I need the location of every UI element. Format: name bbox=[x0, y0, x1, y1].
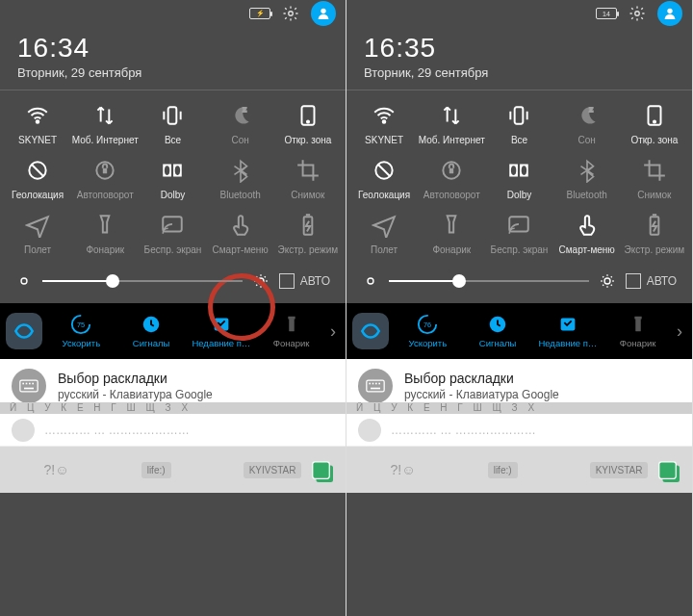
alarms-icon bbox=[141, 314, 162, 335]
qs-tile-label: Bluetooth bbox=[567, 190, 607, 200]
qs-tile-screenshot[interactable]: Снимок bbox=[621, 157, 688, 200]
card-stack-icon bbox=[309, 458, 338, 487]
qs-tile-cast[interactable]: Беспр. экран bbox=[485, 212, 552, 255]
qs-tile-dnd[interactable]: Все bbox=[485, 102, 552, 145]
qs-tile-flashlight[interactable]: Фонарик bbox=[418, 212, 485, 255]
dock-app-logo[interactable] bbox=[6, 313, 42, 349]
qs-tile-mobile-data[interactable]: Моб. Интернет bbox=[71, 102, 139, 145]
qs-tile-open-zone[interactable]: Откр. зона bbox=[274, 102, 342, 145]
dock-item-boost[interactable]: 76Ускорить bbox=[393, 314, 463, 348]
brightness-auto-checkbox[interactable]: АВТО bbox=[279, 273, 330, 289]
qs-tile-dolby[interactable]: Dolby bbox=[485, 157, 552, 200]
qs-tile-location[interactable]: Геолокация bbox=[4, 157, 71, 200]
qs-tile-label: Экстр. режим bbox=[278, 244, 339, 255]
qs-tile-label: Снимок bbox=[637, 190, 671, 200]
qs-tile-powersave[interactable]: Экстр. режим bbox=[621, 212, 688, 255]
qs-tile-smart-menu[interactable]: Смарт-меню bbox=[553, 212, 621, 255]
qs-tile-open-zone[interactable]: Откр. зона bbox=[621, 102, 688, 145]
qs-tile-label: Bluetooth bbox=[220, 190, 261, 200]
qs-tile-autorotate[interactable]: Автоповорот bbox=[71, 157, 139, 200]
dock-item-label: Ускорить bbox=[63, 338, 101, 348]
svg-point-0 bbox=[289, 12, 294, 16]
dolby-icon bbox=[157, 157, 188, 184]
qs-tile-wifi[interactable]: SKYNET bbox=[4, 102, 71, 145]
status-bar: 14 bbox=[346, 0, 692, 27]
dock-item-flashlight[interactable]: Фонарик bbox=[256, 314, 326, 348]
notification-blurred: ………… … ………………… bbox=[0, 414, 346, 447]
dock-item-label: Недавние п… bbox=[538, 338, 597, 348]
settings-gear-icon[interactable] bbox=[629, 5, 646, 22]
dock-expand-chevron-icon[interactable]: › bbox=[326, 321, 340, 342]
qs-tile-dnd[interactable]: Все bbox=[139, 102, 206, 145]
qs-tile-sleep[interactable]: zСон bbox=[207, 102, 274, 145]
dock-item-alarms[interactable]: Сигналы bbox=[116, 314, 187, 348]
svg-point-17 bbox=[258, 278, 264, 284]
svg-rect-41 bbox=[449, 168, 453, 173]
phone-left: ⚡ 16:34 Вторник, 29 сентября SKYNETМоб. … bbox=[0, 0, 346, 616]
qs-tile-label: Полет bbox=[24, 244, 51, 255]
qs-tile-airplane[interactable]: Полет bbox=[350, 212, 418, 255]
boost-icon: 76 bbox=[417, 314, 438, 335]
qs-tile-location[interactable]: Геолокация bbox=[350, 157, 418, 200]
svg-rect-26 bbox=[26, 383, 28, 385]
boost-icon: 75 bbox=[70, 314, 91, 335]
flashlight-icon bbox=[628, 314, 649, 335]
qs-tile-screenshot[interactable]: Снимок bbox=[274, 157, 342, 200]
qs-tile-label: Автоповорот bbox=[424, 190, 480, 200]
qs-tile-label: Геолокация bbox=[358, 190, 410, 200]
settings-gear-icon[interactable] bbox=[282, 5, 299, 22]
lock-rotate-icon bbox=[90, 157, 120, 184]
qs-tile-bluetooth[interactable]: Bluetooth bbox=[207, 157, 274, 200]
svg-rect-57 bbox=[369, 383, 371, 385]
dock-item-boost[interactable]: 75Ускорить bbox=[46, 314, 116, 348]
svg-point-6 bbox=[307, 120, 309, 122]
cast-icon bbox=[157, 212, 188, 239]
loc-off-icon bbox=[369, 157, 399, 184]
svg-point-1 bbox=[321, 9, 325, 13]
datetime-block: 16:35 Вторник, 29 сентября bbox=[346, 27, 692, 90]
svg-rect-35 bbox=[515, 107, 524, 123]
qs-tile-label: SKYNET bbox=[365, 135, 403, 145]
qs-tile-sleep[interactable]: zСон bbox=[553, 102, 621, 145]
dock-app-logo[interactable] bbox=[352, 313, 389, 349]
divider bbox=[0, 90, 346, 90]
dock-item-label: Ускорить bbox=[409, 338, 448, 348]
touch-icon bbox=[572, 212, 603, 239]
brightness-slider[interactable] bbox=[42, 280, 243, 282]
qs-tile-mobile-data[interactable]: Моб. Интернет bbox=[418, 102, 485, 145]
qs-tile-autorotate[interactable]: Автоповорот bbox=[418, 157, 485, 200]
time-text: 16:34 bbox=[17, 33, 328, 64]
qs-tile-label: Моб. Интернет bbox=[419, 135, 485, 145]
qs-tile-label: Снимок bbox=[291, 190, 324, 200]
dock-expand-chevron-icon[interactable]: › bbox=[673, 321, 686, 342]
battery-save-icon bbox=[293, 212, 323, 239]
qs-tile-wifi[interactable]: SKYNET bbox=[350, 102, 418, 145]
svg-rect-56 bbox=[367, 380, 384, 392]
brightness-auto-checkbox[interactable]: АВТО bbox=[626, 273, 677, 289]
profile-avatar[interactable] bbox=[657, 1, 682, 26]
dock-item-alarms[interactable]: Сигналы bbox=[463, 314, 533, 348]
notification-text: Выбор раскладки русский - Клавиатура Goo… bbox=[404, 371, 559, 401]
quick-settings-grid: SKYNETМоб. ИнтернетВсеzСонОткр. зонаГеол… bbox=[346, 96, 692, 255]
dock-item-recent[interactable]: Недавние п… bbox=[187, 314, 257, 348]
qs-tile-dolby[interactable]: Dolby bbox=[139, 157, 206, 200]
qs-tile-smart-menu[interactable]: Смарт-меню bbox=[207, 212, 274, 255]
dock-item-recent[interactable]: Недавние п… bbox=[533, 314, 603, 348]
svg-rect-58 bbox=[372, 383, 374, 385]
qs-tile-powersave[interactable]: Экстр. режим bbox=[274, 212, 342, 255]
dock-item-flashlight[interactable]: Фонарик bbox=[603, 314, 673, 348]
background-taskbar: ?!☺ life:) KYIVSTAR bbox=[346, 447, 692, 493]
lock-rotate-icon bbox=[436, 157, 467, 184]
battery-icon: 14 bbox=[596, 8, 617, 19]
flashlight-icon bbox=[281, 314, 302, 335]
brightness-slider[interactable] bbox=[389, 280, 589, 282]
qs-tile-airplane[interactable]: Полет bbox=[4, 212, 71, 255]
qs-tile-flashlight[interactable]: Фонарик bbox=[71, 212, 139, 255]
qs-tile-label: Фонарик bbox=[86, 244, 124, 255]
profile-avatar[interactable] bbox=[311, 1, 336, 26]
touch-icon bbox=[225, 212, 256, 239]
qs-tile-bluetooth[interactable]: Bluetooth bbox=[553, 157, 621, 200]
qs-tile-cast[interactable]: Беспр. экран bbox=[139, 212, 206, 255]
svg-rect-25 bbox=[22, 383, 24, 385]
card-stack-icon bbox=[655, 458, 684, 487]
